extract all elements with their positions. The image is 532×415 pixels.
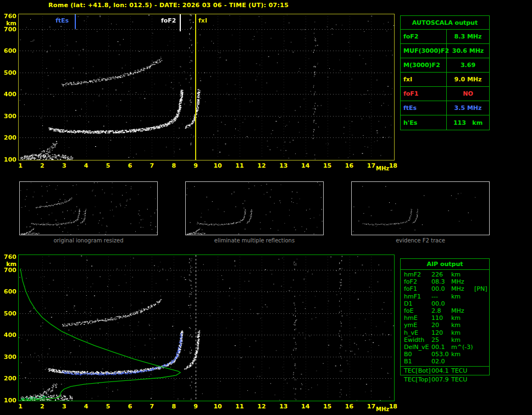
aip-param-name: ymE: [404, 322, 431, 329]
aip-param-extra: [474, 329, 489, 336]
aip-param-extra: [474, 278, 489, 285]
top-y-tick-200: 200: [2, 134, 16, 141]
bottom-y-tick-400: 400: [2, 331, 16, 339]
aip-param-value: 2.8: [431, 307, 451, 314]
top-y-tick-700: 700: [2, 26, 16, 33]
autoscala-param-value: 3.5 MHz: [447, 101, 489, 115]
thumbnail-original-ionogram: [19, 181, 158, 235]
aip-param-name: Ewidth: [404, 336, 431, 344]
aip-param-unit: km: [451, 271, 474, 278]
aip-param-name: foE: [404, 307, 431, 314]
aip-param-extra: [474, 367, 489, 374]
aip-param-extra: [474, 344, 489, 351]
aip-param-extra: [474, 351, 489, 358]
aip-table-title: AIP output: [401, 259, 489, 270]
top-x-tick-1: 1: [18, 162, 23, 169]
aip-row-ymE: ymE20km: [401, 322, 489, 329]
aip-param-value: 053.0: [431, 351, 451, 358]
aip-param-value: 00.0: [431, 300, 451, 307]
aip-param-name: D1: [404, 300, 431, 307]
aip-param-unit: [451, 358, 474, 365]
bottom-x-tick-14: 14: [301, 403, 309, 410]
aip-param-name: foF1: [404, 285, 431, 292]
bottom-ionogram-canvas: [19, 255, 394, 401]
bottom-ionogram-plot: [18, 254, 395, 401]
aip-param-name: DelN_vE: [404, 344, 431, 351]
aip-tec-bot-row: TEC[Bot]004.1TECU: [401, 367, 489, 374]
bottom-x-tick-8: 8: [171, 403, 176, 410]
thumbnail-caption: original ionogram resized: [19, 237, 158, 244]
top-x-tick-13: 13: [279, 162, 287, 169]
aip-param-extra: [474, 322, 489, 329]
ftes-marker-label: ftEs: [56, 17, 69, 24]
bottom-x-tick-6: 6: [128, 403, 132, 410]
aip-param-extra: [474, 358, 489, 365]
top-x-tick-5: 5: [106, 162, 110, 169]
autoscala-param-name: fxI: [401, 73, 447, 86]
bottom-y-tick-300: 300: [2, 353, 16, 361]
top-y-tick-400: 400: [2, 91, 16, 98]
aip-param-value: ---: [431, 293, 451, 300]
top-x-tick-17: 17: [367, 162, 375, 169]
top-x-tick-14: 14: [301, 162, 309, 169]
thumbnail-f2-canvas: [352, 182, 489, 235]
thumbnail-f2-trace: [351, 181, 490, 235]
aip-row-DelNvE: DelN_vE00.1m^(-3): [401, 344, 489, 351]
top-x-tick-3: 3: [62, 162, 66, 169]
aip-param-value: 20: [431, 322, 451, 329]
aip-param-unit: MHz: [451, 307, 474, 314]
thumbnail-multiple-reflections: [185, 181, 324, 235]
thumbnail-reflections-canvas: [186, 182, 323, 235]
aip-param-value: 226: [431, 271, 451, 278]
aip-param-value: 25: [431, 336, 451, 344]
autoscala-output-table: AUTOSCALA output foF28.3 MHzMUF(3000)F23…: [400, 15, 490, 130]
fxi-marker-label: fxI: [198, 17, 207, 24]
bottom-x-tick-18: 18: [389, 403, 397, 410]
autoscala-row-foF1: foF1NO: [401, 87, 489, 101]
aip-param-extra: [474, 376, 490, 383]
aip-param-name: hmF1: [404, 293, 431, 300]
aip-param-unit: km: [451, 314, 474, 322]
aip-row-B1: B102.0: [401, 358, 489, 365]
aip-param-value: 004.1: [431, 367, 451, 374]
aip-param-value: 08.3: [431, 278, 451, 285]
bottom-x-tick-16: 16: [345, 403, 353, 410]
aip-param-unit: km: [451, 329, 474, 336]
autoscala-param-value: 113 km: [447, 115, 489, 130]
top-x-tick-6: 6: [128, 162, 132, 169]
top-y-tick-600: 600: [2, 47, 16, 54]
top-x-tick-12: 12: [257, 162, 265, 169]
autoscala-param-value: 8.3 MHz: [447, 30, 489, 43]
aip-param-extra: [PN]: [474, 285, 489, 292]
top-ionogram-plot: [18, 14, 395, 161]
aip-param-name: h_vE: [404, 329, 431, 336]
bottom-y-tick-600: 600: [2, 288, 16, 295]
autoscala-param-name: MUF(3000)F2: [401, 44, 447, 58]
aip-row-hmE: hmE110km: [401, 314, 489, 322]
bottom-x-tick-9: 9: [193, 403, 198, 410]
autoscala-table-title: AUTOSCALA output: [401, 16, 489, 30]
autoscala-param-name: foF2: [401, 30, 447, 43]
top-x-tick-15: 15: [323, 162, 331, 169]
autoscala-row-foF2: foF28.3 MHz: [401, 30, 489, 44]
top-y-tick-760: 760: [2, 13, 16, 20]
aip-row-hmF1: hmF1---km: [401, 293, 489, 300]
autoscala-param-value: NO: [447, 87, 489, 101]
aip-param-unit: [451, 300, 474, 307]
aip-row-B0: B0053.0km: [401, 351, 489, 358]
aip-row-D1: D100.0: [401, 300, 489, 307]
bottom-x-tick-13: 13: [279, 403, 287, 410]
bottom-y-tick-200: 200: [2, 375, 16, 382]
aip-param-name: hmF2: [404, 271, 431, 278]
aip-param-unit: km: [451, 351, 474, 358]
top-x-tick-8: 8: [171, 162, 176, 169]
aip-param-extra: [474, 307, 489, 314]
top-y-tick-100: 100: [2, 156, 16, 163]
top-x-tick-2: 2: [40, 162, 45, 169]
aip-param-unit: km: [451, 336, 474, 344]
aip-param-extra: [474, 271, 489, 278]
top-x-tick-10: 10: [213, 162, 221, 169]
top-y-tick-500: 500: [2, 69, 16, 76]
top-x-tick-4: 4: [84, 162, 88, 169]
top-x-tick-18: 18: [389, 162, 397, 169]
